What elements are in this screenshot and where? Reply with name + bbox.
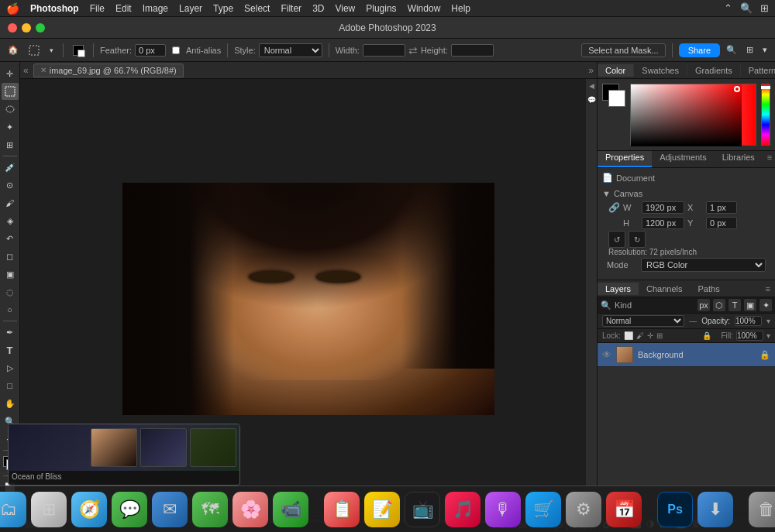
dock-download[interactable]: ⬇ xyxy=(698,492,733,527)
collapse-icon-1[interactable]: ◀ xyxy=(589,82,594,90)
x-value-input[interactable] xyxy=(706,201,737,214)
hue-bar[interactable] xyxy=(761,84,770,146)
dock-podcasts[interactable]: 🎙 xyxy=(485,492,521,527)
apple-icon[interactable]: 🍎 xyxy=(6,2,19,15)
tool-rectangular-marquee[interactable] xyxy=(2,83,19,100)
menu-edit[interactable]: Edit xyxy=(115,3,132,14)
menu-select[interactable]: Select xyxy=(244,3,270,14)
width-input[interactable] xyxy=(363,44,405,57)
select-mask-button[interactable]: Select and Mask... xyxy=(581,43,666,57)
anti-alias-btn[interactable] xyxy=(169,45,183,56)
share-button[interactable]: Share xyxy=(679,43,720,57)
canvas-section-title[interactable]: ▼ Canvas xyxy=(602,187,770,200)
tool-type[interactable]: T xyxy=(2,342,19,359)
menu-file[interactable]: File xyxy=(90,3,105,14)
tab-adjustments[interactable]: Adjustments xyxy=(652,151,715,167)
tool-dodge[interactable]: ○ xyxy=(2,301,19,318)
menu-type[interactable]: Type xyxy=(213,3,233,14)
tab-properties[interactable]: Properties xyxy=(598,151,652,167)
tool-hand[interactable]: ✋ xyxy=(2,395,19,412)
layer-item-background[interactable]: 👁 Background 🔒 xyxy=(598,343,775,367)
swap-icon[interactable]: ⇄ xyxy=(408,44,418,57)
dock-mail[interactable]: ✉ xyxy=(152,492,188,527)
tab-patterns[interactable]: Patterns xyxy=(741,64,775,77)
filter-type[interactable]: T xyxy=(728,299,741,311)
tool-history-brush[interactable]: ↶ xyxy=(2,230,19,247)
tool-spot-heal[interactable]: ⊙ xyxy=(2,177,19,194)
menu-window[interactable]: Window xyxy=(408,3,441,14)
dock-notes[interactable]: 📝 xyxy=(364,492,400,527)
document-label[interactable]: 📄 Document xyxy=(602,171,770,184)
tool-eyedropper[interactable]: 💉 xyxy=(2,159,19,176)
dock-maps[interactable]: 🗺 xyxy=(192,492,228,527)
lock-image[interactable]: 🖌 xyxy=(636,331,644,340)
tab-color[interactable]: Color xyxy=(598,64,634,77)
tool-crop[interactable]: ⊞ xyxy=(2,136,19,153)
document-tab[interactable]: ✕ image_69.jpg @ 66.7% (RGB/8#) xyxy=(33,63,184,77)
opacity-toggle[interactable]: ▾ xyxy=(766,317,770,325)
width-value-input[interactable] xyxy=(642,201,684,214)
lock-transparent[interactable]: ⬜ xyxy=(624,331,633,340)
filter-shape[interactable]: ▣ xyxy=(744,299,756,311)
dock-messages[interactable]: 💬 xyxy=(112,492,147,527)
tab-gradients[interactable]: Gradients xyxy=(687,64,741,77)
doc-tab-close[interactable]: ✕ xyxy=(40,66,46,74)
layer-visibility-eye[interactable]: 👁 xyxy=(602,349,611,360)
tab-libraries[interactable]: Libraries xyxy=(715,151,763,167)
menu-layer[interactable]: Layer xyxy=(179,3,202,14)
tool-btn-2[interactable]: ▾ xyxy=(46,45,57,56)
dock-facetime[interactable]: 📹 xyxy=(273,492,308,527)
lock-artboard[interactable]: ⊞ xyxy=(656,331,663,340)
tab-layers[interactable]: Layers xyxy=(598,283,639,295)
dock-photoshop[interactable]: Ps xyxy=(657,492,693,527)
layer-lock-icon[interactable]: 🔒 xyxy=(760,350,770,360)
height-input[interactable] xyxy=(451,44,494,57)
dock-appletv[interactable]: 📺 xyxy=(405,492,440,527)
doc-scroll-right[interactable]: » xyxy=(588,65,594,76)
close-button[interactable] xyxy=(8,23,17,33)
arrange-button[interactable]: ⊞ xyxy=(743,43,756,57)
dock-photos[interactable]: 🌸 xyxy=(232,492,268,527)
search-icon[interactable]: 🔍 xyxy=(740,2,753,14)
dock-finder[interactable]: 🗂 xyxy=(0,492,26,527)
blend-mode-select[interactable]: Normal xyxy=(602,315,684,327)
dock-safari[interactable]: 🧭 xyxy=(71,492,107,527)
menu-image[interactable]: Image xyxy=(143,3,168,14)
rotate-ccw-icon[interactable]: ↺ xyxy=(608,231,625,248)
home-button[interactable]: 🏠 xyxy=(5,43,22,57)
tool-path-select[interactable]: ▷ xyxy=(2,359,19,376)
menu-help[interactable]: Help xyxy=(451,3,470,14)
panel-toggle-button[interactable]: ▾ xyxy=(760,43,770,57)
fg-color-swatch[interactable] xyxy=(70,43,87,57)
menu-filter[interactable]: Filter xyxy=(281,3,301,14)
saturation-box[interactable] xyxy=(630,84,756,146)
tool-quick-select[interactable]: ✦ xyxy=(2,118,19,136)
link-icon[interactable]: 🔗 xyxy=(608,202,620,213)
color-swatches[interactable] xyxy=(602,84,625,107)
tool-move[interactable]: ✛ xyxy=(2,65,19,82)
filter-adj[interactable]: ⬡ xyxy=(713,299,725,311)
dock-launchpad[interactable]: ⊞ xyxy=(31,492,67,527)
y-value-input[interactable] xyxy=(706,217,737,229)
style-select[interactable]: Normal Fixed Ratio Fixed Size xyxy=(259,43,322,57)
menu-3d[interactable]: 3D xyxy=(312,3,324,14)
tool-lasso[interactable] xyxy=(2,101,19,118)
dock-music[interactable]: 🎵 xyxy=(445,492,480,527)
rotate-cw-icon[interactable]: ↻ xyxy=(629,231,646,248)
search-button[interactable]: 🔍 xyxy=(723,43,740,57)
menu-view[interactable]: View xyxy=(335,3,355,14)
color-cursor[interactable] xyxy=(734,86,740,92)
layers-panel-menu[interactable]: ≡ xyxy=(761,283,775,295)
filter-pixel[interactable]: px xyxy=(698,299,710,311)
tool-eraser[interactable]: ◻ xyxy=(2,248,19,265)
background-swatch[interactable] xyxy=(608,90,625,107)
tool-brush[interactable]: 🖌 xyxy=(2,194,19,211)
lock-all[interactable]: 🔒 xyxy=(702,331,711,340)
tool-blur[interactable]: ◌ xyxy=(2,283,19,300)
tab-swatches[interactable]: Swatches xyxy=(634,64,687,77)
menu-plugins[interactable]: Plugins xyxy=(366,3,396,14)
dock-appstore[interactable]: 🛒 xyxy=(525,492,561,527)
color-gradient[interactable] xyxy=(630,84,770,146)
fill-toggle[interactable]: ▾ xyxy=(766,331,770,340)
tool-stamp[interactable]: ◈ xyxy=(2,212,19,229)
